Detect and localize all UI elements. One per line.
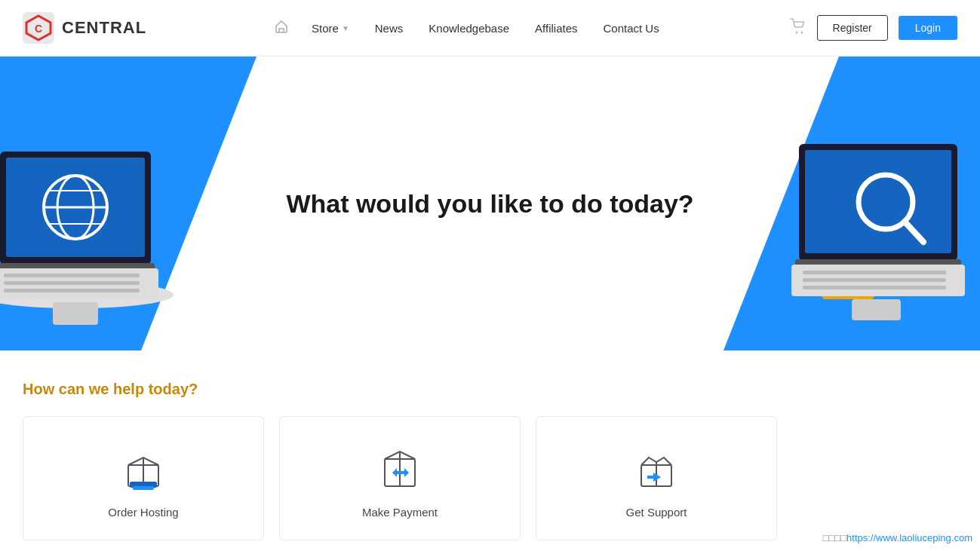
nav-contact[interactable]: Contact Us bbox=[592, 16, 669, 41]
card-order-hosting[interactable]: Order Hosting bbox=[23, 416, 264, 540]
laptop-left-illustration bbox=[0, 144, 196, 343]
get-support-icon bbox=[632, 444, 680, 492]
watermark-link[interactable]: https://www.laoliuceping.com bbox=[846, 532, 972, 543]
logo-text: CENTRAL bbox=[62, 18, 146, 38]
svg-rect-37 bbox=[133, 486, 154, 490]
register-button[interactable]: Register bbox=[817, 15, 888, 41]
svg-rect-31 bbox=[852, 299, 901, 320]
nav-store[interactable]: Store ▼ bbox=[301, 16, 360, 41]
svg-rect-16 bbox=[4, 281, 140, 285]
svg-point-4 bbox=[800, 31, 803, 33]
main-nav: Store ▼ News Knowledgebase Affiliates Co… bbox=[266, 13, 670, 44]
svg-rect-15 bbox=[4, 274, 140, 277]
logo[interactable]: C CENTRAL bbox=[23, 12, 146, 44]
card-get-support-label: Get Support bbox=[626, 506, 687, 519]
help-section: How can we help today? Order Hosting bbox=[0, 350, 980, 551]
svg-point-3 bbox=[795, 31, 797, 33]
hero-title: What would you like to do today? bbox=[286, 189, 693, 219]
cart-icon[interactable] bbox=[790, 18, 806, 38]
svg-rect-29 bbox=[803, 278, 946, 282]
login-button[interactable]: Login bbox=[899, 16, 957, 40]
home-icon[interactable] bbox=[266, 13, 296, 44]
header-actions: Register Login bbox=[790, 15, 957, 41]
store-dropdown-arrow: ▼ bbox=[342, 24, 349, 32]
header: C CENTRAL Store ▼ News Knowledgebase Aff… bbox=[0, 0, 980, 57]
svg-text:C: C bbox=[35, 23, 42, 35]
svg-rect-28 bbox=[803, 271, 946, 274]
nav-affiliates[interactable]: Affiliates bbox=[524, 16, 588, 41]
svg-rect-17 bbox=[4, 289, 140, 292]
card-make-payment[interactable]: Make Payment bbox=[279, 416, 521, 540]
svg-rect-18 bbox=[53, 302, 98, 325]
watermark: □□□□https://www.laoliuceping.com bbox=[823, 532, 972, 543]
help-title: How can we help today? bbox=[23, 381, 957, 398]
svg-rect-30 bbox=[803, 286, 946, 289]
svg-rect-20 bbox=[805, 150, 951, 253]
nav-news[interactable]: News bbox=[364, 16, 414, 41]
nav-knowledgebase[interactable]: Knowledgebase bbox=[418, 16, 520, 41]
logo-icon: C bbox=[23, 12, 54, 44]
laptop-right-illustration bbox=[776, 136, 980, 343]
make-payment-icon bbox=[376, 444, 424, 492]
card-get-support[interactable]: Get Support bbox=[536, 416, 777, 540]
cards-row: Order Hosting Make Payment bbox=[23, 416, 957, 540]
card-make-payment-label: Make Payment bbox=[362, 506, 438, 519]
card-order-hosting-label: Order Hosting bbox=[108, 506, 178, 519]
hero-section: What would you like to do today? bbox=[0, 57, 980, 350]
order-hosting-icon bbox=[119, 444, 167, 492]
